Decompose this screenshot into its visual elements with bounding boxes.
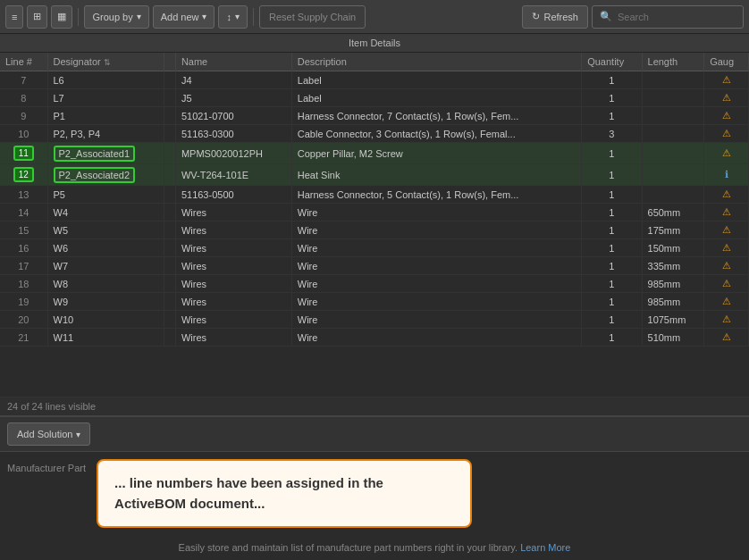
- cell-name: 51163-0500: [175, 186, 291, 204]
- cell-quantity: 1: [582, 204, 642, 221]
- cell-gauge: ⚠: [704, 239, 749, 257]
- table-row[interactable]: 12P2_Associated2WV-T264-101EHeat Sink1ℹ: [0, 164, 749, 186]
- cell-description: Copper Pillar, M2 Screw: [291, 143, 581, 164]
- table-row[interactable]: 16W6WiresWire1150mm⚠: [0, 239, 749, 257]
- cell-empty: [164, 239, 175, 257]
- table-row[interactable]: 11P2_Associated1MPMS0020012PHCopper Pill…: [0, 143, 749, 164]
- search-input[interactable]: [618, 12, 734, 22]
- table-row[interactable]: 9P151021-0700Harness Connector, 7 Contac…: [0, 107, 749, 125]
- menu-button[interactable]: ≡: [5, 5, 23, 29]
- line-badge: 12: [13, 167, 34, 182]
- cell-name: Wires: [175, 293, 291, 311]
- cell-gauge: ⚠: [704, 186, 749, 204]
- components-button[interactable]: ⊞: [27, 5, 47, 29]
- cell-length: [642, 125, 704, 143]
- col-gauge: Gaug: [704, 53, 749, 71]
- info-icon: ℹ: [725, 169, 728, 180]
- warning-icon: ⚠: [722, 128, 731, 138]
- search-icon: 🔍: [600, 11, 612, 22]
- table-row[interactable]: 14W4WiresWire1650mm⚠: [0, 204, 749, 221]
- cell-description: Wire: [291, 221, 581, 239]
- chevron-down-icon-3: ▾: [235, 12, 240, 21]
- table-row[interactable]: 13P551163-0500Harness Connector, 5 Conta…: [0, 186, 749, 204]
- table-row[interactable]: 19W9WiresWire1985mm⚠: [0, 293, 749, 311]
- cell-length: [642, 71, 704, 89]
- item-details-panel: Item Details Line # Designator ⇅ Name De…: [0, 34, 749, 415]
- table-container[interactable]: Line # Designator ⇅ Name Description Qua…: [0, 53, 749, 397]
- designator-highlighted: P2_Associated2: [54, 167, 136, 183]
- cell-empty: [164, 275, 175, 293]
- cell-name: J5: [175, 89, 291, 107]
- cell-gauge: ⚠: [704, 125, 749, 143]
- cell-line-num: 8: [0, 89, 47, 107]
- chart-button[interactable]: ▦: [51, 5, 72, 29]
- table-row[interactable]: 18W8WiresWire1985mm⚠: [0, 275, 749, 293]
- table-row[interactable]: 20W10WiresWire11075mm⚠: [0, 311, 749, 329]
- cell-length: 335mm: [642, 257, 704, 275]
- cell-name: Wires: [175, 257, 291, 275]
- warning-icon: ⚠: [722, 92, 731, 103]
- warning-icon: ⚠: [722, 242, 731, 253]
- cell-designator: W9: [47, 293, 164, 311]
- col-name: Name: [175, 53, 291, 71]
- add-solution-label: Add Solution: [17, 429, 72, 439]
- bottom-panel: Add Solution ▾ Manufacturer Part ... lin…: [0, 415, 749, 560]
- table-row[interactable]: 10P2, P3, P451163-0300Cable Connector, 3…: [0, 125, 749, 143]
- toolbar: ≡ ⊞ ▦ Group by ▾ Add new ▾ ↕ ▾ Reset Sup…: [0, 0, 749, 34]
- warning-icon: ⚠: [722, 188, 731, 199]
- cell-quantity: 1: [582, 221, 642, 239]
- sort-icon: ↕: [226, 12, 231, 22]
- cell-length: [642, 143, 704, 164]
- warning-icon: ⚠: [722, 206, 731, 217]
- cell-designator: W5: [47, 221, 164, 239]
- reset-supply-chain-button[interactable]: Reset Supply Chain: [259, 5, 366, 29]
- item-details-header: Item Details: [0, 34, 749, 53]
- refresh-label: Refresh: [543, 12, 578, 22]
- cell-description: Wire: [291, 257, 581, 275]
- cell-description: Wire: [291, 239, 581, 257]
- search-box[interactable]: 🔍: [592, 5, 744, 29]
- add-solution-button[interactable]: Add Solution ▾: [7, 422, 90, 446]
- cell-empty: [164, 221, 175, 239]
- cell-length: 985mm: [642, 293, 704, 311]
- cell-length: 150mm: [642, 239, 704, 257]
- chevron-down-icon-2: ▾: [202, 12, 206, 21]
- group-by-button[interactable]: Group by ▾: [84, 5, 148, 29]
- table-row[interactable]: 7L6J4Label1⚠: [0, 71, 749, 89]
- cell-length: 650mm: [642, 204, 704, 221]
- cell-line-num: 18: [0, 275, 47, 293]
- refresh-button[interactable]: ↻ Refresh: [522, 5, 588, 29]
- cell-quantity: 1: [582, 143, 642, 164]
- table-row[interactable]: 15W5WiresWire1175mm⚠: [0, 221, 749, 239]
- cell-line-num: 7: [0, 71, 47, 89]
- cell-designator: L7: [47, 89, 164, 107]
- sort-button[interactable]: ↕ ▾: [218, 5, 248, 29]
- designator-highlighted: P2_Associated1: [54, 146, 136, 162]
- refresh-icon: ↻: [532, 11, 540, 22]
- add-new-button[interactable]: Add new ▾: [153, 5, 215, 29]
- cell-length: [642, 89, 704, 107]
- cell-description: Wire: [291, 329, 581, 347]
- table-header-row: Line # Designator ⇅ Name Description Qua…: [0, 53, 749, 71]
- table-row[interactable]: 17W7WiresWire1335mm⚠: [0, 257, 749, 275]
- cell-gauge: ⚠: [704, 71, 749, 89]
- cell-quantity: 1: [582, 186, 642, 204]
- cell-gauge: ⚠: [704, 293, 749, 311]
- learn-more-link[interactable]: Learn More: [520, 542, 570, 553]
- cell-name: Wires: [175, 329, 291, 347]
- cell-length: [642, 186, 704, 204]
- table-row[interactable]: 8L7J5Label1⚠: [0, 89, 749, 107]
- cell-length: 985mm: [642, 275, 704, 293]
- cell-quantity: 1: [582, 71, 642, 89]
- cell-name: J4: [175, 71, 291, 89]
- cell-name: Wires: [175, 239, 291, 257]
- cell-name: Wires: [175, 204, 291, 221]
- cell-empty: [164, 186, 175, 204]
- table-row[interactable]: 21W11WiresWire1510mm⚠: [0, 329, 749, 347]
- cell-designator: P5: [47, 186, 164, 204]
- info-text: Easily store and maintain list of manufa…: [179, 542, 518, 553]
- cell-empty: [164, 311, 175, 329]
- cell-gauge: ⚠: [704, 275, 749, 293]
- line-badge: 11: [13, 146, 34, 161]
- cell-empty: [164, 164, 175, 186]
